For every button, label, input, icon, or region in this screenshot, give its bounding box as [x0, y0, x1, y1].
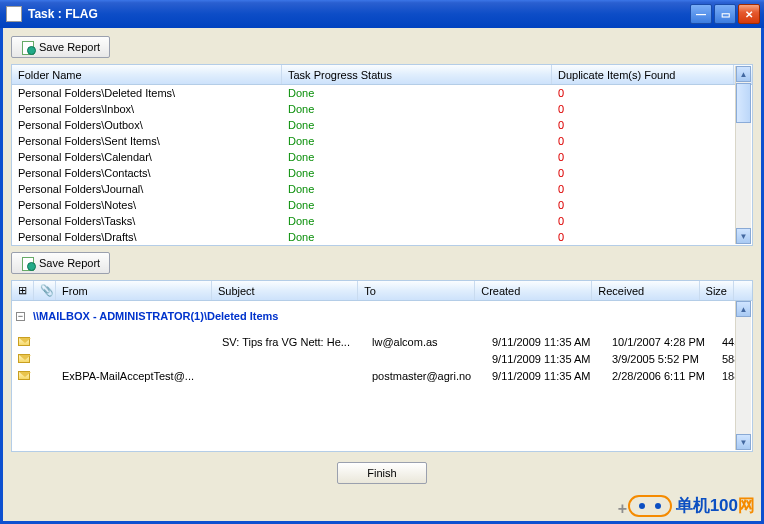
items-grid-body: − \\MAILBOX - ADMINISTRATOR(1)\Deleted I…: [12, 301, 752, 451]
col-created[interactable]: Created: [475, 281, 592, 300]
cell-folder: Personal Folders\Journal\: [12, 183, 282, 195]
collapse-icon[interactable]: −: [16, 312, 25, 321]
cell-dup: 0: [552, 215, 752, 227]
cell-dup: 0: [552, 119, 752, 131]
cell-status: Done: [282, 183, 552, 195]
col-size[interactable]: Size: [700, 281, 734, 300]
cell-created: 9/11/2009 11:35 AM: [486, 370, 606, 382]
cell-received: 10/1/2007 4:28 PM: [606, 336, 716, 348]
col-task-status[interactable]: Task Progress Status: [282, 65, 552, 84]
table-row[interactable]: Personal Folders\Drafts\Done0: [12, 229, 752, 245]
col-expand[interactable]: ⊞: [12, 281, 34, 300]
finish-bar: Finish: [11, 452, 753, 494]
window-body: Save Report Folder Name Task Progress St…: [0, 28, 764, 524]
cell-status: Done: [282, 167, 552, 179]
cell-folder: Personal Folders\Sent Items\: [12, 135, 282, 147]
folder-grid-header[interactable]: Folder Name Task Progress Status Duplica…: [12, 65, 752, 85]
folder-progress-grid: Folder Name Task Progress Status Duplica…: [11, 64, 753, 246]
table-row[interactable]: Personal Folders\Notes\Done0: [12, 197, 752, 213]
table-row[interactable]: Personal Folders\Contacts\Done0: [12, 165, 752, 181]
cell-folder: Personal Folders\Outbox\: [12, 119, 282, 131]
scroll-up-button[interactable]: ▲: [736, 301, 751, 317]
cell-created: 9/11/2009 11:35 AM: [486, 336, 606, 348]
titlebar: Task : FLAG — ▭ ✕: [0, 0, 764, 28]
cell-folder: Personal Folders\Deleted Items\: [12, 87, 282, 99]
mail-icon-cell: [12, 336, 34, 348]
cell-dup: 0: [552, 151, 752, 163]
col-attachment[interactable]: 📎: [34, 281, 56, 300]
folder-grid-body: Personal Folders\Deleted Items\Done0Pers…: [12, 85, 752, 245]
col-duplicate[interactable]: Duplicate Item(s) Found: [552, 65, 734, 84]
cell-dup: 0: [552, 87, 752, 99]
mail-icon: [18, 354, 30, 363]
scroll-down-button[interactable]: ▼: [736, 434, 751, 450]
cell-status: Done: [282, 103, 552, 115]
cell-status: Done: [282, 215, 552, 227]
mail-row[interactable]: ExBPA-MailAcceptTest@...postmaster@agri.…: [12, 367, 752, 384]
save-report-icon: [21, 40, 35, 54]
scroll-thumb[interactable]: [736, 83, 751, 123]
cell-folder: Personal Folders\Notes\: [12, 199, 282, 211]
scroll-down-button[interactable]: ▼: [736, 228, 751, 244]
cell-from: ExBPA-MailAcceptTest@...: [56, 370, 216, 382]
minimize-button[interactable]: —: [690, 4, 712, 24]
window-title: Task : FLAG: [28, 7, 690, 21]
cell-status: Done: [282, 231, 552, 243]
col-from[interactable]: From: [56, 281, 212, 300]
mail-row[interactable]: SV: Tips fra VG Nett: He...lw@alcom.as9/…: [12, 333, 752, 350]
table-row[interactable]: Personal Folders\Inbox\Done0: [12, 101, 752, 117]
watermark-text: 单机100网: [676, 494, 755, 517]
finish-button[interactable]: Finish: [337, 462, 427, 484]
table-row[interactable]: Personal Folders\Deleted Items\Done0: [12, 85, 752, 101]
cell-dup: 0: [552, 199, 752, 211]
cell-folder: Personal Folders\Calendar\: [12, 151, 282, 163]
table-row[interactable]: Personal Folders\Outbox\Done0: [12, 117, 752, 133]
group-label: \\MAILBOX - ADMINISTRATOR(1)\Deleted Ite…: [33, 310, 278, 322]
cell-folder: Personal Folders\Drafts\: [12, 231, 282, 243]
cell-to: lw@alcom.as: [366, 336, 486, 348]
cell-status: Done: [282, 135, 552, 147]
cell-status: Done: [282, 87, 552, 99]
mail-icon: [18, 371, 30, 380]
group-row[interactable]: − \\MAILBOX - ADMINISTRATOR(1)\Deleted I…: [12, 305, 752, 327]
folder-grid-scrollbar[interactable]: ▲ ▼: [735, 66, 751, 244]
cell-received: 3/9/2005 5:52 PM: [606, 353, 716, 365]
cell-received: 2/28/2006 6:11 PM: [606, 370, 716, 382]
cell-status: Done: [282, 119, 552, 131]
cell-dup: 0: [552, 103, 752, 115]
cell-status: Done: [282, 151, 552, 163]
duplicate-items-grid: ⊞ 📎 From Subject To Created Received Siz…: [11, 280, 753, 452]
scroll-up-button[interactable]: ▲: [736, 66, 751, 82]
cell-folder: Personal Folders\Contacts\: [12, 167, 282, 179]
mail-icon-cell: [12, 370, 34, 382]
cell-folder: Personal Folders\Tasks\: [12, 215, 282, 227]
cell-to: postmaster@agri.no: [366, 370, 486, 382]
items-grid-header[interactable]: ⊞ 📎 From Subject To Created Received Siz…: [12, 281, 752, 301]
save-report-button-top[interactable]: Save Report: [11, 36, 110, 58]
col-to[interactable]: To: [358, 281, 475, 300]
mail-icon: [18, 337, 30, 346]
save-report-label: Save Report: [39, 41, 100, 53]
table-row[interactable]: Personal Folders\Calendar\Done0: [12, 149, 752, 165]
mail-row[interactable]: 9/11/2009 11:35 AM3/9/2005 5:52 PM588: [12, 350, 752, 367]
mail-icon-cell: [12, 353, 34, 365]
maximize-button[interactable]: ▭: [714, 4, 736, 24]
table-row[interactable]: Personal Folders\Tasks\Done0: [12, 213, 752, 229]
save-report-label: Save Report: [39, 257, 100, 269]
table-row[interactable]: Personal Folders\Journal\Done0: [12, 181, 752, 197]
col-subject[interactable]: Subject: [212, 281, 358, 300]
watermark-logo: +: [628, 495, 672, 517]
col-received[interactable]: Received: [592, 281, 699, 300]
save-report-button-bottom[interactable]: Save Report: [11, 252, 110, 274]
close-button[interactable]: ✕: [738, 4, 760, 24]
cell-dup: 0: [552, 231, 752, 243]
items-grid-scrollbar[interactable]: ▲ ▼: [735, 301, 751, 450]
cell-subject: SV: Tips fra VG Nett: He...: [216, 336, 366, 348]
save-report-icon: [21, 256, 35, 270]
cell-dup: 0: [552, 135, 752, 147]
app-icon: [6, 6, 22, 22]
col-folder-name[interactable]: Folder Name: [12, 65, 282, 84]
table-row[interactable]: Personal Folders\Sent Items\Done0: [12, 133, 752, 149]
cell-folder: Personal Folders\Inbox\: [12, 103, 282, 115]
cell-created: 9/11/2009 11:35 AM: [486, 353, 606, 365]
